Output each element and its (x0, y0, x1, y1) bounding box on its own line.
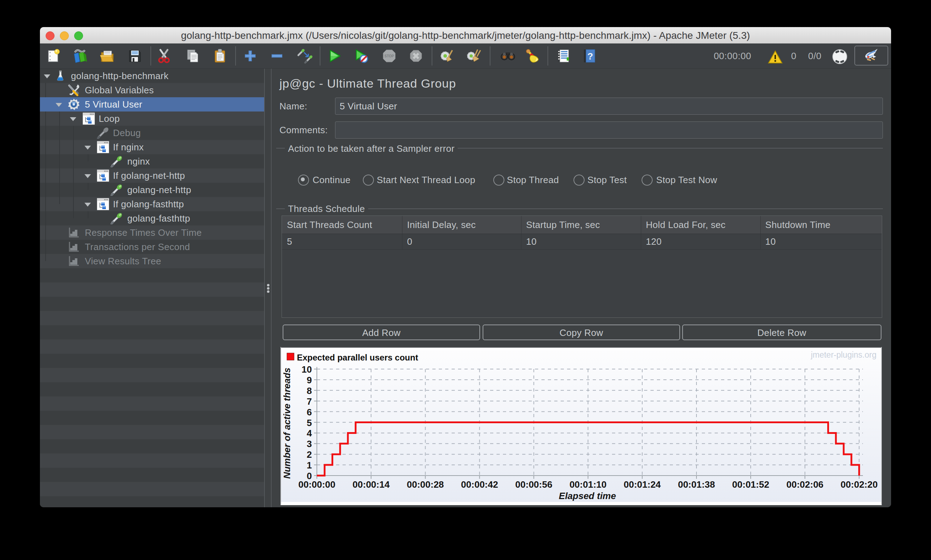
svg-text:00:00:14: 00:00:14 (353, 479, 390, 490)
svg-text:2: 2 (307, 449, 312, 460)
svg-text:jmeter-plugins.org: jmeter-plugins.org (811, 350, 877, 360)
svg-text:9: 9 (307, 375, 312, 385)
svg-text:1: 1 (307, 460, 312, 471)
svg-text:Number of active threads: Number of active threads (282, 368, 292, 479)
svg-text:00:00:00: 00:00:00 (298, 479, 335, 490)
svg-text:00:02:20: 00:02:20 (840, 479, 877, 490)
svg-text:?: ? (587, 51, 593, 62)
svg-text:00:01:52: 00:01:52 (732, 479, 769, 490)
svg-text:10: 10 (302, 364, 312, 375)
svg-text:00:01:10: 00:01:10 (570, 479, 607, 490)
svg-text:Expected parallel users count: Expected parallel users count (297, 353, 418, 362)
svg-text:3: 3 (307, 438, 312, 449)
svg-text:00:01:38: 00:01:38 (678, 479, 715, 490)
svg-text:00:00:42: 00:00:42 (461, 479, 498, 490)
svg-text:00:02:06: 00:02:06 (786, 479, 823, 490)
svg-text:6: 6 (307, 407, 312, 417)
svg-text:STOP: STOP (384, 54, 394, 58)
svg-text:00:00:56: 00:00:56 (515, 479, 552, 490)
svg-text:5: 5 (307, 417, 312, 428)
svg-text:4: 4 (307, 428, 312, 438)
svg-text:00:00:28: 00:00:28 (407, 479, 444, 490)
svg-text:00:01:24: 00:01:24 (624, 479, 661, 490)
svg-text:7: 7 (307, 396, 312, 407)
svg-text:Elapsed time: Elapsed time (559, 491, 616, 501)
svg-text:8: 8 (307, 385, 312, 396)
